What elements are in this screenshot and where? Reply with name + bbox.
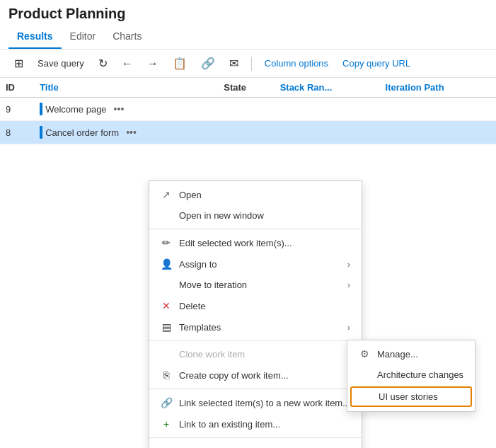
sub-architecture-changes[interactable]: Architecture changes [347, 364, 475, 385]
ctx-delete[interactable]: ✕ Delete [149, 295, 362, 316]
templates-sub-menu: ⚙ Manage... Architecture changes UI user… [347, 340, 475, 412]
ctx-create-copy-label: Create copy of work item... [179, 370, 289, 381]
tab-charts[interactable]: Charts [104, 25, 150, 49]
mail-icon: ✉ [229, 57, 238, 70]
tab-results[interactable]: Results [8, 25, 62, 49]
ctx-create-copy[interactable]: ⎘ Create copy of work item... [149, 364, 362, 386]
row-ellipsis-btn[interactable]: ••• [123, 125, 139, 139]
templates-icon: ▤ [161, 321, 172, 333]
manage-gear-icon: ⚙ [359, 348, 370, 360]
ctx-link-new[interactable]: 🔗 Link selected item(s) to a new work it… [149, 392, 362, 413]
table-container: ID Title State Stack Ran... Iteration Pa… [0, 78, 496, 144]
mail-icon-btn[interactable]: ✉ [224, 54, 244, 73]
col-title: Title [34, 78, 218, 98]
copy-icon: ⎘ [161, 369, 172, 381]
ctx-sep-1 [149, 229, 362, 229]
link-icon-btn[interactable]: 🔗 [195, 54, 221, 73]
refresh-icon: ↻ [98, 57, 108, 70]
ctx-link-new-label: Link selected item(s) to a new work item… [179, 398, 350, 408]
assign-icon: 👤 [161, 258, 172, 270]
ctx-copy-html[interactable]: ⎘ Copy as HTML [149, 441, 362, 448]
page-header: Product Planning [0, 0, 496, 25]
page-title: Product Planning [8, 6, 488, 22]
ctx-edit[interactable]: ✏ Edit selected work item(s)... [149, 232, 362, 253]
sub-manage[interactable]: ⚙ Manage... [347, 343, 475, 364]
save-query-label: Save query [38, 58, 84, 69]
ctx-open-new-window-label: Open in new window [179, 210, 264, 221]
sub-manage-label: Manage... [377, 349, 418, 360]
edit-icon: ✏ [161, 237, 172, 248]
ctx-delete-label: Delete [179, 301, 206, 311]
ctx-sep-2 [149, 340, 362, 341]
copy-query-url-link[interactable]: Copy query URL [337, 55, 416, 71]
row-id: 9 [0, 98, 34, 121]
table-row[interactable]: 8 Cancel order form ••• [0, 121, 496, 144]
row-title: Welcome page ••• [34, 98, 218, 121]
ctx-sep-3 [149, 389, 362, 389]
filter-icon-btn[interactable]: ⊞ [8, 54, 29, 73]
open-icon: ↗ [161, 189, 172, 200]
context-menu: ↗ Open Open in new window ✏ Edit selecte… [149, 180, 362, 448]
forward-button[interactable]: → [142, 54, 164, 73]
templates-arrow-icon: › [347, 322, 350, 333]
ctx-assign-to[interactable]: 👤 Assign to › [149, 253, 362, 275]
sub-ui-stories-label: UI user stories [379, 391, 438, 402]
ctx-sep-4 [149, 437, 362, 438]
ctx-open-new-window[interactable]: Open in new window [149, 205, 362, 226]
row-ellipsis-btn[interactable]: ••• [111, 102, 127, 116]
ctx-link-existing-label: Link to an existing item... [179, 419, 280, 430]
link-existing-icon: + [161, 418, 172, 430]
ctx-templates[interactable]: ▤ Templates › [149, 316, 362, 338]
assign-arrow-icon: › [347, 259, 350, 270]
tab-editor[interactable]: Editor [62, 25, 105, 49]
col-stack-rank: Stack Ran... [275, 78, 380, 98]
ctx-open[interactable]: ↗ Open [149, 184, 362, 205]
delete-icon: ✕ [161, 300, 172, 311]
task-icon: 📋 [173, 57, 187, 70]
col-state: State [218, 78, 274, 98]
ctx-link-existing[interactable]: + Link to an existing item... [149, 413, 362, 435]
row-title-text: Welcome page [45, 104, 106, 115]
sub-architecture-label: Architecture changes [377, 369, 463, 380]
ctx-edit-label: Edit selected work item(s)... [179, 238, 292, 248]
toolbar: ⊞ Save query ↻ ← → 📋 🔗 ✉ Column options … [0, 50, 496, 78]
column-options-link[interactable]: Column options [259, 55, 334, 71]
link-new-icon: 🔗 [161, 397, 172, 408]
table-header-row: ID Title State Stack Ran... Iteration Pa… [0, 78, 496, 98]
ctx-templates-label: Templates [179, 322, 221, 333]
ctx-move-label: Move to iteration [179, 280, 247, 290]
row-iteration-path [380, 121, 496, 144]
row-iteration-path [380, 98, 496, 121]
ctx-clone-label: Clone work item [179, 349, 245, 360]
table-row[interactable]: 9 Welcome page ••• [0, 98, 496, 121]
row-title: Cancel order form ••• [34, 121, 218, 144]
link-icon: 🔗 [201, 57, 215, 70]
ctx-assign-label: Assign to [179, 259, 217, 270]
refresh-button[interactable]: ↻ [93, 54, 113, 73]
work-items-table: ID Title State Stack Ran... Iteration Pa… [0, 78, 496, 144]
forward-icon: → [147, 57, 158, 70]
row-title-text: Cancel order form [45, 127, 119, 138]
col-iteration-path: Iteration Path [380, 78, 496, 98]
row-id: 8 [0, 121, 34, 144]
work-item-color-bar [40, 103, 42, 115]
ctx-clone: Clone work item [149, 344, 362, 364]
move-arrow-icon: › [347, 280, 350, 290]
back-button[interactable]: ← [116, 54, 139, 73]
col-id: ID [0, 78, 34, 98]
work-item-color-bar [40, 126, 42, 139]
nav-tabs: Results Editor Charts [0, 25, 496, 50]
toolbar-separator [251, 57, 252, 71]
filter-icon: ⊞ [14, 57, 23, 70]
row-stack-rank [275, 98, 380, 121]
row-stack-rank [275, 121, 380, 144]
row-state [218, 121, 274, 144]
ctx-open-label: Open [179, 190, 202, 200]
back-icon: ← [122, 57, 133, 70]
save-query-button[interactable]: Save query [32, 55, 90, 71]
row-state [218, 98, 274, 121]
task-icon-btn[interactable]: 📋 [167, 54, 192, 73]
sub-ui-user-stories[interactable]: UI user stories [350, 386, 472, 407]
ctx-move-iteration[interactable]: Move to iteration › [149, 275, 362, 295]
